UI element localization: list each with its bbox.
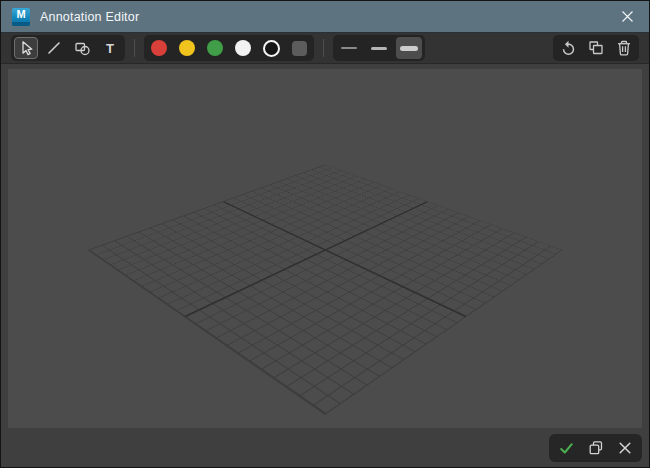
text-tool-label: T	[106, 41, 114, 56]
window-title: Annotation Editor	[40, 10, 139, 24]
colors-group	[144, 35, 314, 61]
cursor-arrow-icon	[17, 39, 35, 57]
annotation-editor-window: M Annotation Editor	[0, 0, 650, 468]
editor-content	[1, 64, 649, 467]
rectangle-circle-icon	[73, 39, 91, 57]
footer-actions-group	[549, 434, 642, 462]
duplicate-icon	[587, 39, 605, 57]
line-width-medium-button[interactable]	[366, 37, 392, 59]
maya-app-icon: M	[12, 8, 30, 26]
line-tool-button[interactable]	[42, 37, 66, 59]
color-swatch-green[interactable]	[207, 40, 223, 56]
line-icon	[45, 39, 63, 57]
confirm-button[interactable]	[554, 436, 579, 460]
toolbar-separator	[134, 39, 135, 57]
shapes-tool-button[interactable]	[70, 37, 94, 59]
medium-line-icon	[371, 47, 387, 50]
close-icon	[621, 10, 634, 23]
line-width-thin-button[interactable]	[336, 37, 362, 59]
annotation-toolbar: T	[1, 32, 649, 64]
copy-button[interactable]	[583, 436, 608, 460]
text-tool-button[interactable]: T	[98, 37, 122, 59]
line-width-group	[333, 35, 425, 61]
maya-app-icon-letter: M	[16, 8, 25, 21]
toolbar-separator	[323, 39, 324, 57]
window-close-button[interactable]	[605, 1, 649, 32]
color-swatch-black[interactable]	[263, 40, 280, 57]
reset-button[interactable]	[556, 37, 580, 59]
color-swatch-red[interactable]	[151, 40, 167, 56]
perspective-grid	[87, 164, 562, 414]
delete-button[interactable]	[612, 37, 636, 59]
trash-icon	[615, 39, 633, 57]
tools-group: T	[11, 35, 125, 61]
duplicate-button[interactable]	[584, 37, 608, 59]
select-tool-button[interactable]	[14, 37, 38, 59]
color-swatch-custom[interactable]	[292, 41, 307, 56]
thick-line-icon	[400, 46, 418, 51]
footer-bar	[8, 428, 642, 467]
close-icon	[618, 441, 632, 455]
line-width-thick-button[interactable]	[396, 37, 422, 59]
color-swatch-white[interactable]	[235, 40, 251, 56]
thin-line-icon	[341, 47, 357, 49]
annotation-canvas[interactable]	[8, 69, 642, 428]
edit-actions-group	[553, 35, 639, 61]
titlebar[interactable]: M Annotation Editor	[1, 1, 649, 32]
undo-rotate-icon	[560, 40, 577, 57]
cancel-button[interactable]	[612, 436, 637, 460]
copy-icon	[587, 439, 605, 457]
checkmark-icon	[558, 440, 575, 457]
color-swatch-yellow[interactable]	[179, 40, 195, 56]
